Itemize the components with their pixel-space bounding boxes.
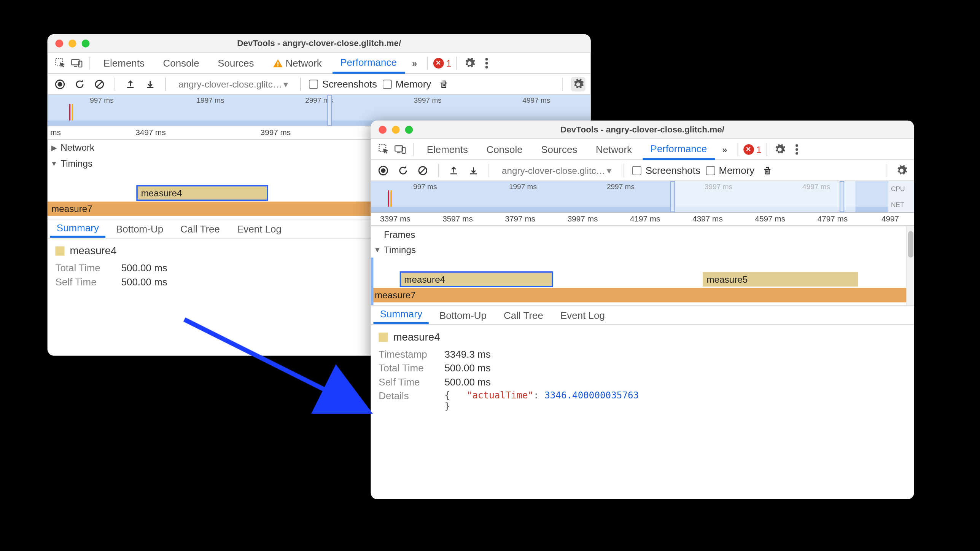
- tab-elements[interactable]: Elements: [95, 53, 153, 73]
- tab-sources[interactable]: Sources: [210, 53, 262, 73]
- bar-measure5[interactable]: measure5: [703, 272, 858, 287]
- svg-point-15: [796, 148, 799, 151]
- overview-net-label: NET: [891, 201, 912, 208]
- overview-minimap[interactable]: 997 ms 1997 ms 2997 ms 3997 ms 4997 ms C…: [371, 181, 914, 213]
- profile-selector[interactable]: angry-clover-close.glitc…▾: [497, 163, 616, 177]
- profile-selector[interactable]: angry-clover-close.glitc…▾: [174, 77, 293, 91]
- tab-performance[interactable]: Performance: [332, 53, 405, 73]
- clear-icon[interactable]: [92, 77, 107, 91]
- svg-rect-4: [277, 65, 278, 66]
- more-tabs-icon[interactable]: »: [407, 56, 422, 70]
- garbage-collect-icon[interactable]: [760, 163, 774, 177]
- tab-bottom-up[interactable]: Bottom-Up: [110, 219, 170, 237]
- bar-measure7[interactable]: measure7: [371, 288, 906, 302]
- reload-icon[interactable]: [72, 77, 87, 91]
- summary-title: measure4: [393, 331, 440, 343]
- titlebar: DevTools - angry-clover-close.glitch.me/: [48, 34, 591, 53]
- screenshots-checkbox[interactable]: Screenshots: [309, 78, 377, 89]
- main-tabs: Elements Console Sources Network Perform…: [371, 139, 914, 160]
- record-icon[interactable]: [376, 163, 390, 177]
- tab-event-log[interactable]: Event Log: [554, 306, 612, 324]
- inspect-icon[interactable]: [376, 142, 390, 156]
- window-title: DevTools - angry-clover-close.glitch.me/: [48, 38, 591, 48]
- tab-call-tree[interactable]: Call Tree: [497, 306, 550, 324]
- vertical-scrollbar[interactable]: [906, 226, 914, 305]
- memory-checkbox[interactable]: Memory: [706, 165, 754, 176]
- download-icon[interactable]: [466, 163, 481, 177]
- main-tabs: Elements Console Sources Network Perform…: [48, 53, 591, 73]
- color-swatch: [379, 333, 388, 342]
- total-time-label: Total Time: [379, 362, 444, 373]
- tab-bottom-up[interactable]: Bottom-Up: [433, 306, 493, 324]
- svg-point-5: [485, 57, 488, 60]
- memory-checkbox[interactable]: Memory: [382, 78, 431, 89]
- track-frames[interactable]: ▶Frames: [371, 226, 906, 242]
- tab-network[interactable]: Network: [264, 53, 329, 73]
- svg-point-14: [796, 144, 799, 147]
- track-timings[interactable]: ▼Timings: [371, 242, 906, 258]
- flame-tracks: ▶Frames ▼Timings measure4 measure5 measu…: [371, 226, 914, 305]
- summary-title: measure4: [70, 245, 116, 257]
- download-icon[interactable]: [143, 77, 158, 91]
- close-icon[interactable]: [379, 126, 387, 134]
- gear-icon[interactable]: [773, 142, 787, 156]
- self-time-label: Self Time: [379, 376, 444, 387]
- performance-toolbar: angry-clover-close.glitc…▾ Screenshots M…: [371, 160, 914, 181]
- tab-call-tree[interactable]: Call Tree: [174, 219, 227, 237]
- tab-event-log[interactable]: Event Log: [231, 219, 288, 237]
- total-time-label: Total Time: [55, 262, 121, 273]
- tab-summary[interactable]: Summary: [50, 219, 106, 237]
- minimize-icon[interactable]: [392, 126, 400, 134]
- titlebar: DevTools - angry-clover-close.glitch.me/: [371, 121, 914, 139]
- bar-measure4[interactable]: measure4: [137, 186, 267, 200]
- tab-network[interactable]: Network: [588, 139, 640, 159]
- more-tabs-icon[interactable]: »: [718, 142, 732, 156]
- tab-console[interactable]: Console: [155, 53, 207, 73]
- capture-settings-gear-icon[interactable]: [894, 163, 909, 177]
- details-label: Details: [379, 390, 444, 411]
- devtools-window-right: DevTools - angry-clover-close.glitch.me/…: [371, 121, 914, 499]
- svg-point-9: [57, 82, 62, 86]
- error-count[interactable]: 1: [433, 57, 451, 68]
- svg-point-6: [485, 62, 488, 64]
- clear-icon[interactable]: [415, 163, 430, 177]
- tab-console[interactable]: Console: [479, 139, 531, 159]
- overview-cpu-label: CPU: [891, 185, 912, 193]
- svg-rect-1: [72, 59, 79, 64]
- reload-icon[interactable]: [396, 163, 410, 177]
- bar-measure4[interactable]: measure4: [400, 272, 553, 287]
- minimize-icon[interactable]: [68, 39, 76, 47]
- timeline-ruler[interactable]: 3397 ms 3597 ms 3797 ms 3997 ms 4197 ms …: [371, 213, 914, 226]
- garbage-collect-icon[interactable]: [436, 77, 451, 91]
- performance-toolbar: angry-clover-close.glitc…▾ Screenshots M…: [48, 74, 591, 95]
- gear-icon[interactable]: [463, 56, 477, 70]
- device-mode-icon[interactable]: [393, 142, 407, 156]
- tab-performance[interactable]: Performance: [643, 139, 715, 159]
- tab-elements[interactable]: Elements: [419, 139, 476, 159]
- warning-icon: [272, 58, 283, 67]
- zoom-icon[interactable]: [405, 126, 413, 134]
- record-icon[interactable]: [52, 77, 67, 91]
- tab-summary[interactable]: Summary: [373, 306, 429, 324]
- upload-icon[interactable]: [447, 163, 461, 177]
- svg-rect-12: [395, 145, 402, 151]
- svg-point-7: [485, 65, 488, 68]
- summary-panel: measure4 Timestamp 3349.3 ms Total Time …: [371, 325, 914, 417]
- kebab-menu-icon[interactable]: [480, 56, 494, 70]
- error-count[interactable]: 1: [743, 144, 761, 154]
- screenshots-checkbox[interactable]: Screenshots: [632, 165, 700, 176]
- tab-sources[interactable]: Sources: [533, 139, 585, 159]
- inspect-icon[interactable]: [52, 56, 67, 70]
- svg-point-18: [381, 168, 385, 172]
- upload-icon[interactable]: [123, 77, 138, 91]
- capture-settings-gear-icon[interactable]: [571, 77, 585, 91]
- color-swatch: [55, 246, 64, 255]
- svg-point-16: [796, 152, 799, 154]
- close-icon[interactable]: [55, 39, 63, 47]
- zoom-icon[interactable]: [82, 39, 90, 47]
- detail-tabs: Summary Bottom-Up Call Tree Event Log: [371, 305, 914, 325]
- kebab-menu-icon[interactable]: [790, 142, 804, 156]
- timings-canvas[interactable]: measure4 measure5 measure7: [371, 258, 906, 305]
- timestamp-label: Timestamp: [379, 349, 444, 360]
- device-mode-icon[interactable]: [70, 56, 84, 70]
